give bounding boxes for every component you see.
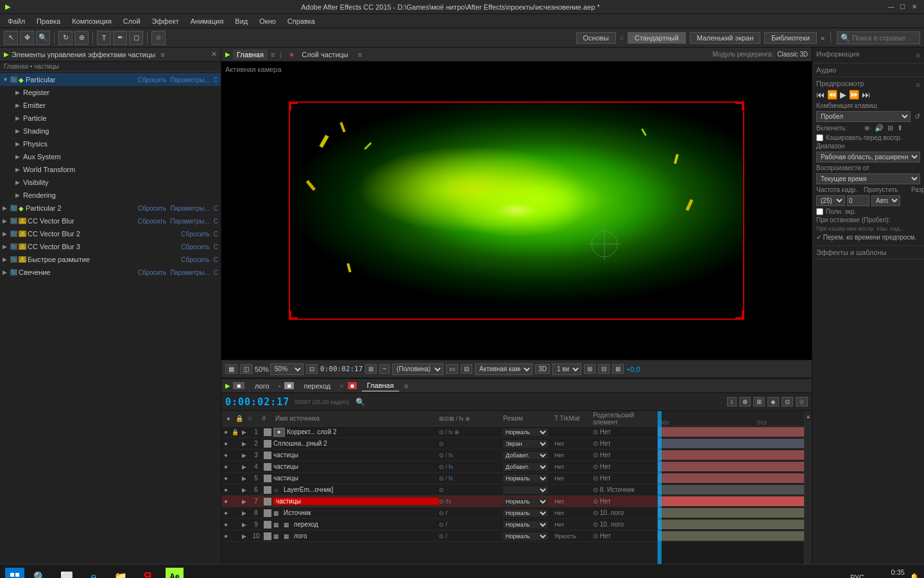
effect-enable-particular[interactable]: ◆ bbox=[19, 76, 24, 83]
menu-edit[interactable]: Правка bbox=[31, 16, 65, 26]
workspace-libraries[interactable]: Библиотеки bbox=[764, 32, 817, 44]
vis-1[interactable]: ● bbox=[221, 428, 230, 435]
minimize-button[interactable]: — bbox=[887, 3, 896, 12]
expand-10[interactable]: ▶ bbox=[239, 533, 248, 539]
comp-ctrl-view1[interactable]: ⊞ bbox=[584, 364, 595, 374]
expand-1[interactable]: ▶ bbox=[239, 429, 248, 435]
layer-row-10[interactable]: ● ▶ 10 ▦ ▦ лого ⊙ / Нормаль bbox=[221, 530, 657, 542]
effect-ccvb1[interactable]: ▶ fx ⚠ CC Vector Blur Сбросить Параметры… bbox=[0, 215, 221, 227]
shortcut-reset[interactable]: ↺ bbox=[914, 112, 920, 121]
mode-7[interactable]: Нормаль bbox=[503, 498, 554, 505]
tool-puppet[interactable]: ☆ bbox=[151, 31, 166, 45]
track-bar-3[interactable] bbox=[658, 450, 812, 461]
reset-ccvb3[interactable]: Сбросить bbox=[181, 243, 209, 250]
mode-select-5[interactable]: Нормаль bbox=[503, 475, 548, 482]
tool-select[interactable]: ↖ bbox=[4, 31, 18, 45]
effects-panel-menu[interactable]: ≡ bbox=[160, 51, 164, 58]
play-from-select[interactable]: Текущее время bbox=[816, 173, 920, 184]
c-btn-ccvb1[interactable]: С bbox=[214, 218, 218, 225]
mode-3[interactable]: Добавит. bbox=[503, 451, 554, 459]
comp-ctrl-fit[interactable]: ⊡ bbox=[306, 364, 318, 374]
layer-row-2[interactable]: ● ▶ 2 Сплошна...рный 2 ⊙ Экран bbox=[221, 438, 657, 450]
comp-ctrl-channels[interactable]: ⊟ bbox=[461, 364, 472, 374]
effects-panel-close[interactable]: ✕ bbox=[211, 50, 217, 58]
effect-child-shading[interactable]: ▶ Shading bbox=[0, 125, 221, 137]
layer-row-9[interactable]: ● ▶ 9 ▦ ▦ переход ⊙ / Нормаль bbox=[221, 519, 657, 530]
expand-5[interactable]: ▶ bbox=[239, 475, 248, 482]
c-btn-fb[interactable]: С bbox=[214, 256, 218, 263]
track-bar-10[interactable] bbox=[658, 530, 812, 542]
layer-row-6[interactable]: ● ▶ 6 ☼ LayerEm...очник] ⊙ bbox=[221, 484, 657, 496]
vis-5[interactable]: ● bbox=[221, 475, 230, 482]
include-audio[interactable]: 🔊 bbox=[875, 124, 884, 132]
effect-child-physics[interactable]: ▶ Physics bbox=[0, 137, 221, 150]
fps-select[interactable]: (25) bbox=[816, 195, 845, 206]
tl-ctrl-solo[interactable]: ☆ bbox=[796, 397, 808, 407]
effect-child-visibility[interactable]: ▶ Visibility bbox=[0, 176, 221, 189]
vis-9[interactable]: ● bbox=[221, 521, 230, 528]
expand-2[interactable]: ▶ bbox=[239, 441, 248, 447]
mode-5[interactable]: Нормаль bbox=[503, 475, 554, 482]
workspace-small[interactable]: Маленький экран bbox=[690, 32, 761, 44]
effect-fast-blur[interactable]: ▶ fx ⚠ Быстрое размытие Сбросить С bbox=[0, 253, 221, 266]
cache-checkbox[interactable] bbox=[816, 134, 823, 141]
timeline-tab-menu[interactable]: ≡ bbox=[404, 382, 408, 390]
effect-enable-p2[interactable]: ◆ bbox=[19, 205, 24, 212]
comp-ctrl-transparency[interactable]: ◫ bbox=[240, 364, 252, 374]
effect-child-register[interactable]: ▶ Register bbox=[0, 86, 221, 99]
quality-select[interactable]: (Половина) (Полная) bbox=[392, 363, 443, 375]
comp-ctrl-motion[interactable]: ~ bbox=[379, 364, 389, 374]
track-bar-5[interactable] bbox=[658, 473, 812, 484]
mode-select-4[interactable]: Добавит. bbox=[503, 463, 548, 471]
vis-6[interactable]: ● bbox=[221, 486, 230, 493]
tool-pen[interactable]: ✒ bbox=[113, 31, 127, 45]
vis-4[interactable]: ● bbox=[221, 463, 230, 470]
layer-tab-menu[interactable]: ≡ bbox=[358, 51, 362, 58]
include-eye[interactable]: 👁 bbox=[864, 125, 871, 132]
view-select[interactable]: Активная камер bbox=[475, 363, 533, 375]
menu-animation[interactable]: Анимация bbox=[185, 16, 229, 26]
taskbar-yandex[interactable]: Я bbox=[136, 566, 159, 579]
layer-row-3[interactable]: ● ▶ 3 частицы ⊙ / fx Добавит. Не bbox=[221, 450, 657, 461]
vis-3[interactable]: ● bbox=[221, 451, 230, 459]
c-btn-p2[interactable]: С bbox=[214, 205, 218, 212]
effect-child-aux[interactable]: ▶ Aux System bbox=[0, 150, 221, 163]
menu-view[interactable]: Вид bbox=[230, 16, 253, 26]
vis-8[interactable]: ● bbox=[221, 509, 230, 516]
mode-1[interactable]: Нормаль bbox=[503, 428, 554, 436]
effect-child-particle[interactable]: ▶ Particle bbox=[0, 112, 221, 125]
mode-select-1[interactable]: Нормаль bbox=[503, 428, 548, 436]
effect-child-rendering[interactable]: ▶ Rendering bbox=[0, 189, 221, 202]
prev-fwd[interactable]: ⏩ bbox=[849, 90, 859, 100]
prev-first[interactable]: ⏮ bbox=[816, 90, 825, 100]
lock-1[interactable]: 🔒 bbox=[230, 429, 239, 435]
mode-select-8[interactable]: Нормаль bbox=[503, 509, 548, 517]
layer-row-4[interactable]: ● ▶ 4 частицы ⊙ / fx Добавит. Не bbox=[221, 461, 657, 473]
taskbar-explorer[interactable]: 📁 bbox=[109, 566, 132, 579]
track-bar-4[interactable] bbox=[658, 461, 812, 473]
tool-text[interactable]: T bbox=[97, 31, 111, 45]
effect-glow[interactable]: ▶ fx Свечение Сбросить Параметры... С bbox=[0, 266, 221, 279]
layer-tab[interactable]: Слой частицы bbox=[298, 49, 353, 60]
comp-ctrl-3d[interactable]: 3D bbox=[535, 364, 550, 374]
track-bar-6[interactable] bbox=[658, 484, 812, 496]
preview-menu[interactable]: ≡ bbox=[916, 81, 920, 89]
mode-9[interactable]: Нормаль bbox=[503, 521, 554, 529]
mode-10[interactable]: Нормаль bbox=[503, 532, 554, 540]
menu-help[interactable]: Справка bbox=[282, 16, 320, 26]
params-glow[interactable]: Параметры... bbox=[170, 269, 210, 276]
reset-ccvb2[interactable]: Сбросить bbox=[181, 231, 209, 238]
c-btn-ccvb3[interactable]: С bbox=[214, 243, 218, 250]
comp-ctrl-view2[interactable]: ⊟ bbox=[598, 364, 610, 374]
reset-ccvb1[interactable]: Сбросить bbox=[138, 218, 166, 225]
track-bar-2[interactable] bbox=[658, 438, 812, 450]
tl-ctrl-3[interactable]: ⊞ bbox=[753, 397, 765, 407]
maximize-button[interactable]: ☐ bbox=[898, 3, 907, 12]
params-p2[interactable]: Параметры... bbox=[170, 205, 210, 212]
params-particular[interactable]: Параметры... bbox=[170, 76, 210, 83]
mode-select-10[interactable]: Нормаль bbox=[503, 532, 548, 540]
expand-6[interactable]: ▶ bbox=[239, 487, 248, 493]
skip-input[interactable] bbox=[847, 195, 869, 206]
taskbar-search[interactable]: 🔍 bbox=[28, 566, 51, 579]
vis-10[interactable]: ● bbox=[221, 532, 230, 539]
